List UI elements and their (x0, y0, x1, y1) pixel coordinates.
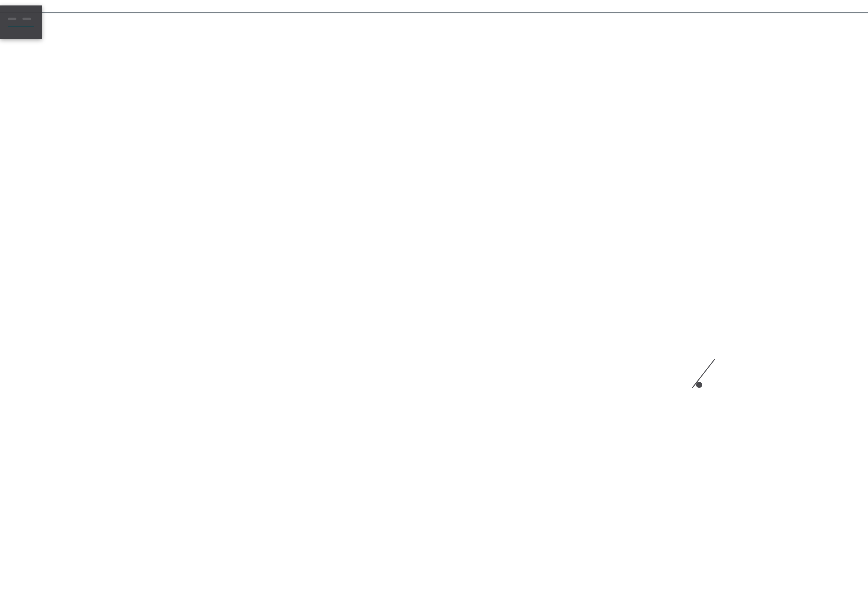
tooltip-anchor-dot (696, 382, 702, 388)
cmd-keycap (8, 18, 16, 20)
tooltip-divider (8, 26, 34, 27)
c-keycap (22, 18, 31, 20)
frame-tooltip (0, 0, 42, 39)
flamegraph-canvas[interactable] (0, 0, 868, 590)
tooltip-body (0, 6, 42, 39)
tooltip-copy-hint (8, 18, 34, 20)
